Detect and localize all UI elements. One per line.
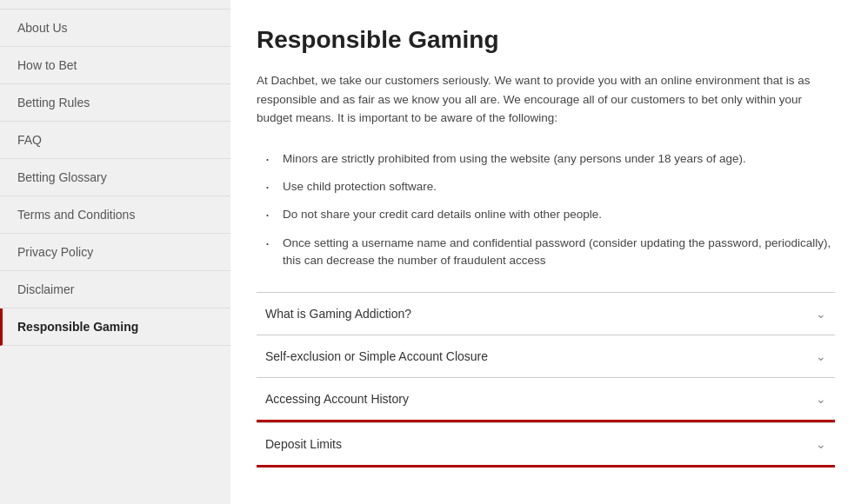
main-content: Responsible Gaming At Dachbet, we take o… <box>230 0 861 504</box>
accordion-item-account-history[interactable]: Accessing Account History⌄ <box>257 377 835 422</box>
sidebar-item-about-us[interactable]: About Us <box>0 9 230 47</box>
sidebar-item-faq[interactable]: FAQ <box>0 122 230 159</box>
chevron-down-icon: ⌄ <box>816 392 826 406</box>
chevron-down-icon: ⌄ <box>816 307 826 321</box>
sidebar-item-betting-glossary[interactable]: Betting Glossary <box>0 159 230 196</box>
sidebar-item-terms-and-conditions[interactable]: Terms and Conditions <box>0 196 230 234</box>
chevron-down-icon: ⌄ <box>816 437 826 451</box>
sidebar: About UsHow to BetBetting RulesFAQBettin… <box>0 0 230 504</box>
bullet-item-2: Do not share your credit card details on… <box>257 201 835 229</box>
sidebar-item-responsible-gaming[interactable]: Responsible Gaming <box>0 308 230 346</box>
accordion-item-self-exclusion[interactable]: Self-exclusion or Simple Account Closure… <box>257 335 835 377</box>
sidebar-item-how-to-bet[interactable]: How to Bet <box>0 47 230 84</box>
accordion-label-gaming-addiction: What is Gaming Addiction? <box>265 307 411 321</box>
sidebar-item-privacy-policy[interactable]: Privacy Policy <box>0 234 230 271</box>
accordion-item-deposit-limits[interactable]: Deposit Limits⌄ <box>257 422 835 468</box>
sidebar-item-betting-rules[interactable]: Betting Rules <box>0 84 230 122</box>
accordion-item-gaming-addiction[interactable]: What is Gaming Addiction?⌄ <box>257 292 835 335</box>
accordion-label-self-exclusion: Self-exclusion or Simple Account Closure <box>265 349 488 363</box>
sidebar-item-disclaimer[interactable]: Disclaimer <box>0 271 230 308</box>
accordion-label-account-history: Accessing Account History <box>265 392 409 406</box>
bullet-item-0: Minors are strictly prohibited from usin… <box>257 145 835 173</box>
intro-text: At Dachbet, we take our customers seriou… <box>257 71 835 128</box>
page-title: Responsible Gaming <box>257 26 835 54</box>
bullet-item-1: Use child protection software. <box>257 173 835 201</box>
bullet-list: Minors are strictly prohibited from usin… <box>257 145 835 275</box>
bullet-item-3: Once setting a username name and confide… <box>257 229 835 275</box>
accordion: What is Gaming Addiction?⌄Self-exclusion… <box>257 292 835 468</box>
chevron-down-icon: ⌄ <box>816 349 826 363</box>
accordion-label-deposit-limits: Deposit Limits <box>265 437 342 451</box>
